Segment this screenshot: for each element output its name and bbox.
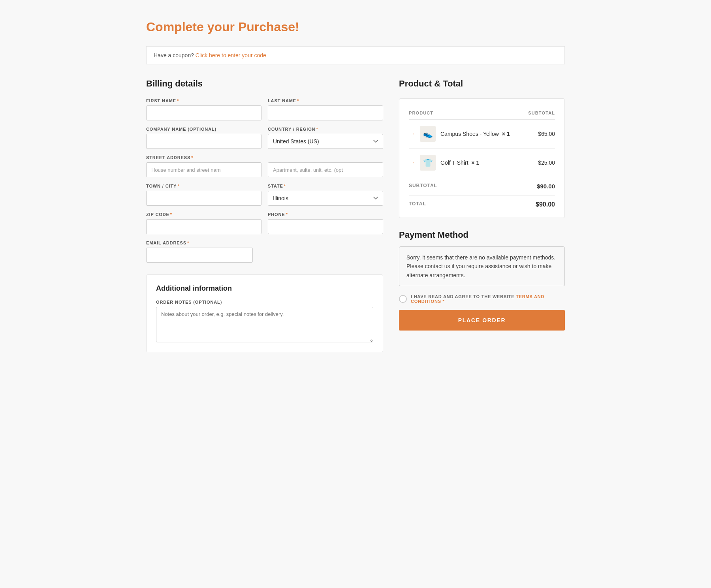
email-label: EMAIL ADDRESS*: [146, 240, 383, 245]
street-label: STREET ADDRESS*: [146, 155, 383, 160]
arrow-icon: →: [409, 130, 415, 137]
last-name-input[interactable]: [268, 105, 383, 120]
street-input-1[interactable]: [146, 162, 261, 177]
email-group: EMAIL ADDRESS*: [146, 240, 383, 263]
total-label: TOTAL: [409, 201, 426, 208]
arrow-icon: →: [409, 159, 415, 166]
order-section: Product & Total PRODUCT SUBTOTAL: [399, 79, 565, 331]
coupon-bar: Have a coupon? Click here to enter your …: [146, 46, 565, 64]
order-notes-textarea[interactable]: [156, 307, 373, 342]
name-row: FIRST NAME* LAST NAME*: [146, 98, 383, 120]
coupon-text: Have a coupon?: [154, 52, 194, 58]
city-label: TOWN / CITY*: [146, 184, 261, 188]
state-group: STATE* Illinois: [268, 184, 383, 206]
page-title: Complete your Purchase!: [146, 20, 565, 34]
title-suffix: !: [295, 20, 299, 34]
table-row: → 👕 Golf T-Shirt × 1 $25.00: [409, 148, 555, 177]
col-subtotal-header: SUBTOTAL: [525, 107, 555, 120]
billing-section: Billing details FIRST NAME* LAST NAME*: [146, 79, 383, 352]
email-input[interactable]: [146, 248, 253, 263]
terms-text: I HAVE READ AND AGREE TO THE WEBSITE TER…: [411, 294, 565, 304]
payment-notice: Sorry, it seems that there are no availa…: [399, 246, 565, 286]
payment-method-title: Payment Method: [399, 230, 565, 240]
title-highlight: Purchase: [238, 20, 295, 34]
zip-group: ZIP CODE*: [146, 212, 261, 234]
street-inputs-row: [146, 162, 383, 177]
subtotal-label: SUBTOTAL: [409, 183, 437, 190]
total-row: TOTAL $90.00: [409, 195, 555, 210]
billing-title: Billing details: [146, 79, 383, 89]
product-thumb: 👕: [420, 155, 436, 171]
order-section-title: Product & Total: [399, 79, 565, 89]
title-prefix: Complete your: [146, 20, 238, 34]
first-name-input[interactable]: [146, 105, 261, 120]
last-name-label: LAST NAME*: [268, 98, 383, 103]
country-group: COUNTRY / REGION* United States (US): [268, 127, 383, 149]
product-total-inner: PRODUCT SUBTOTAL → 👟 Campus Shoes - Yell…: [399, 99, 564, 218]
zip-input[interactable]: [146, 219, 261, 234]
coupon-link[interactable]: Click here to enter your code: [196, 52, 266, 58]
company-input[interactable]: [146, 134, 261, 149]
place-order-button[interactable]: PLACE ORDER: [399, 310, 565, 331]
zip-phone-row: ZIP CODE* PHONE*: [146, 212, 383, 234]
product-total-box: PRODUCT SUBTOTAL → 👟 Campus Shoes - Yell…: [399, 98, 565, 218]
product-thumb: 👟: [420, 126, 436, 142]
city-input[interactable]: [146, 191, 261, 206]
company-group: COMPANY NAME (OPTIONAL): [146, 127, 261, 149]
subtotal-value: $90.00: [537, 183, 555, 190]
phone-input[interactable]: [268, 219, 383, 234]
notes-group: ORDER NOTES (OPTIONAL): [156, 300, 373, 342]
first-name-label: FIRST NAME*: [146, 98, 261, 103]
company-country-row: COMPANY NAME (OPTIONAL) COUNTRY / REGION…: [146, 127, 383, 149]
first-name-group: FIRST NAME*: [146, 98, 261, 120]
phone-group: PHONE*: [268, 212, 383, 234]
city-group: TOWN / CITY*: [146, 184, 261, 206]
additional-title: Additional information: [156, 284, 373, 293]
state-select[interactable]: Illinois: [268, 191, 383, 206]
product-table: PRODUCT SUBTOTAL → 👟 Campus Shoes - Yell…: [409, 107, 555, 177]
product-price: $25.00: [525, 148, 555, 177]
street-input-2[interactable]: [268, 162, 383, 177]
table-row: → 👟 Campus Shoes - Yellow × 1 $65.00: [409, 120, 555, 148]
company-label: COMPANY NAME (OPTIONAL): [146, 127, 261, 132]
city-state-row: TOWN / CITY* STATE* Illinois: [146, 184, 383, 206]
subtotal-row: SUBTOTAL $90.00: [409, 177, 555, 195]
zip-label: ZIP CODE*: [146, 212, 261, 217]
notes-label: ORDER NOTES (OPTIONAL): [156, 300, 373, 304]
total-value: $90.00: [536, 201, 555, 208]
country-label: COUNTRY / REGION*: [268, 127, 383, 132]
product-name: Campus Shoes - Yellow × 1: [440, 131, 510, 137]
product-price: $65.00: [525, 120, 555, 148]
state-label: STATE*: [268, 184, 383, 188]
terms-checkbox[interactable]: [399, 295, 407, 303]
phone-label: PHONE*: [268, 212, 383, 217]
checkout-layout: Billing details FIRST NAME* LAST NAME*: [146, 79, 565, 352]
additional-info-box: Additional information ORDER NOTES (OPTI…: [146, 274, 383, 352]
street-group: STREET ADDRESS*: [146, 155, 383, 177]
col-product-header: PRODUCT: [409, 107, 525, 120]
country-select[interactable]: United States (US): [268, 134, 383, 149]
product-name: Golf T-Shirt × 1: [440, 160, 479, 166]
last-name-group: LAST NAME*: [268, 98, 383, 120]
terms-row: I HAVE READ AND AGREE TO THE WEBSITE TER…: [399, 294, 565, 304]
